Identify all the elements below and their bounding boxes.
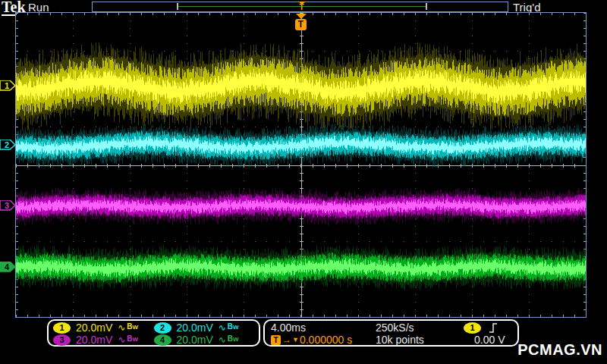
channel-4-readout[interactable]: 4 20.0mV ∿ BW — [154, 334, 255, 346]
graticule — [15, 12, 587, 318]
trigger-down-arrow-icon — [296, 14, 307, 19]
channel-3-badge: 3 — [53, 334, 71, 346]
channel-3-reference-flag[interactable]: 3 — [0, 200, 16, 211]
channel-4-badge: 4 — [154, 334, 171, 346]
channel-1-readout[interactable]: 1 20.0mV ∿ BW — [53, 322, 154, 334]
trigger-source-badge: 1 — [464, 322, 481, 334]
window-bracket-left[interactable] — [177, 3, 178, 10]
watermark: PCMAG.VN — [517, 341, 602, 359]
channel-1-scale: 20.0mV — [76, 322, 112, 334]
trigger-source-readout[interactable]: 1 — [461, 322, 511, 334]
channel-1-badge: 1 — [53, 322, 71, 334]
arrow-down-icon: ▼ — [292, 336, 299, 344]
channel-4-reference-flag[interactable]: 4 — [0, 262, 16, 272]
trigger-position-flag[interactable]: T — [294, 14, 307, 33]
rising-edge-icon — [489, 322, 498, 334]
channel-readout-box: 1 20.0mV ∿ BW 2 20.0mV ∿ BW 3 20.0mV ∿ B… — [47, 319, 260, 347]
window-bracket-right[interactable] — [426, 3, 427, 10]
horizontal-trigger-readout-box: 4.00ms 250kS/s 1 T → ▼ 0.000000 s 10k po… — [263, 319, 519, 347]
arrow-right-icon: → — [282, 334, 291, 345]
ac-coupling-bandwidth-icon: ∿ BW — [219, 335, 239, 344]
channel-1-reference-flag[interactable]: 1 — [0, 80, 16, 91]
trigger-level-readout[interactable]: 0.00 V — [461, 334, 511, 346]
channel-2-reference-flag[interactable]: 2 — [0, 140, 16, 150]
channel-3-readout[interactable]: 3 20.0mV ∿ BW — [53, 334, 154, 346]
sample-rate-readout: 250kS/s — [376, 322, 461, 334]
channel-3-scale: 20.0mV — [76, 334, 112, 346]
channel-2-badge: 2 — [154, 322, 171, 334]
timebase-readout[interactable]: 4.00ms — [271, 322, 376, 334]
record-trigger-marker-icon[interactable]: T — [297, 2, 307, 13]
channel-4-scale: 20.0mV — [177, 334, 213, 346]
record-length-readout: 10k points — [376, 334, 461, 346]
trigger-t-icon: T — [271, 335, 281, 345]
ac-coupling-bandwidth-icon: ∿ BW — [118, 335, 138, 344]
trigger-position-readout[interactable]: T → ▼ 0.000000 s — [271, 334, 376, 346]
waveform-canvas — [16, 13, 586, 317]
ac-coupling-bandwidth-icon: ∿ BW — [219, 323, 239, 332]
channel-2-readout[interactable]: 2 20.0mV ∿ BW — [154, 322, 255, 334]
record-view-bar[interactable]: T — [92, 2, 508, 12]
channel-2-scale: 20.0mV — [177, 322, 213, 334]
ac-coupling-bandwidth-icon: ∿ BW — [118, 323, 138, 332]
oscilloscope-screen: Tek Run Trig'd T T 1 2 3 4 1 — [0, 0, 607, 364]
